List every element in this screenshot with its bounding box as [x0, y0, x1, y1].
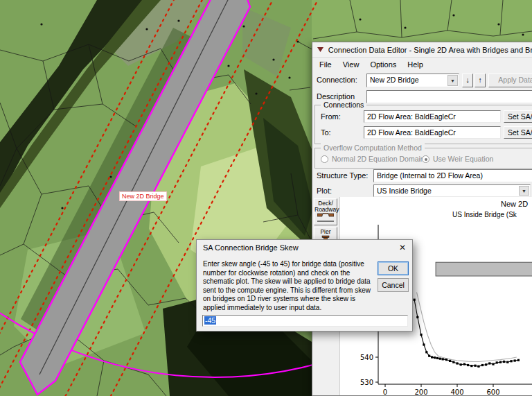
connections-group-label: Connections: [321, 101, 366, 109]
plot-label: Plot:: [317, 187, 332, 195]
editor-titlebar[interactable]: Connection Data Editor - Single 2D Area …: [312, 42, 532, 58]
next-connection-button[interactable]: ↑: [475, 74, 486, 87]
pier-button-label: Pier: [314, 229, 337, 235]
connection-value: New 2D Bridge: [370, 76, 419, 84]
chevron-down-icon[interactable]: ▼: [447, 75, 458, 86]
deck-button-label-2: Roadway: [314, 207, 337, 213]
svg-text:530: 530: [360, 379, 373, 386]
skew-dialog: SA Connection Bridge Skew ✕ Enter skew a…: [196, 239, 413, 332]
deck-roadway-icon: [317, 213, 334, 222]
editor-title: Connection Data Editor - Single 2D Area …: [328, 46, 532, 54]
description-label: Description: [317, 92, 355, 101]
structure-type-label: Structure Type:: [317, 171, 368, 180]
radio-normal-2d-equation: [321, 155, 328, 163]
bridge-label-chip: New 2D Bridge: [119, 191, 167, 201]
editor-menubar: File View Options Help: [312, 58, 532, 71]
screen: New 2D Bridge Connection Data Editor - S…: [0, 0, 532, 396]
radio-normal-label: Normal 2D Equation Domain: [332, 155, 425, 163]
to-label: To:: [321, 128, 331, 137]
svg-text:600: 600: [486, 388, 499, 395]
overflow-group-label: Overflow Computation Method: [321, 144, 425, 152]
ok-button[interactable]: OK: [378, 261, 409, 275]
from-field: 2D Flow Area: BaldEagleCr: [364, 110, 501, 123]
plot-value: US Inside Bridge: [377, 187, 432, 195]
menu-view[interactable]: View: [337, 59, 365, 70]
close-icon[interactable]: ✕: [399, 243, 406, 252]
window-icon: [317, 46, 324, 53]
deck-roadway-button[interactable]: Deck/ Roadway: [314, 198, 337, 225]
radio-weir-label: Use Weir Equation: [433, 155, 493, 163]
set-sa-to-button[interactable]: Set SA/2D: [504, 126, 532, 139]
skew-input[interactable]: -45: [202, 315, 408, 327]
connection-data-editor-window: Connection Data Editor - Single 2D Area …: [312, 42, 532, 396]
menu-options[interactable]: Options: [364, 59, 402, 70]
structure-type-field[interactable]: Bridge (Internal to 2D Flow Area): [373, 169, 532, 182]
to-field: 2D Flow Area: BaldEagleCr: [364, 126, 501, 139]
cancel-button[interactable]: Cancel: [378, 278, 409, 292]
svg-text:0: 0: [383, 388, 387, 395]
previous-connection-button[interactable]: ↓: [462, 74, 473, 87]
svg-text:540: 540: [360, 354, 373, 361]
skew-dialog-titlebar[interactable]: SA Connection Bridge Skew: [197, 240, 412, 255]
skew-input-selected-text: -45: [204, 316, 216, 325]
skew-dialog-message: Enter skew angle (-45 to 45) for bridge …: [203, 260, 379, 313]
svg-text:200: 200: [414, 388, 427, 395]
connection-combobox[interactable]: New 2D Bridge ▼: [366, 74, 459, 87]
description-field[interactable]: [366, 90, 532, 103]
plot-combobox[interactable]: US Inside Bridge ▼: [373, 184, 531, 197]
radio-use-weir-equation: [422, 155, 429, 163]
connection-label: Connection:: [317, 76, 357, 84]
set-sa-from-button[interactable]: Set SA/2D: [504, 110, 532, 123]
menu-help[interactable]: Help: [402, 59, 429, 70]
svg-text:400: 400: [450, 388, 463, 395]
skew-dialog-title: SA Connection Bridge Skew: [203, 243, 299, 252]
from-label: From:: [321, 112, 341, 121]
apply-data-button[interactable]: Apply Data: [488, 74, 532, 87]
menu-file[interactable]: File: [314, 59, 337, 70]
chevron-down-icon[interactable]: ▼: [519, 186, 529, 196]
